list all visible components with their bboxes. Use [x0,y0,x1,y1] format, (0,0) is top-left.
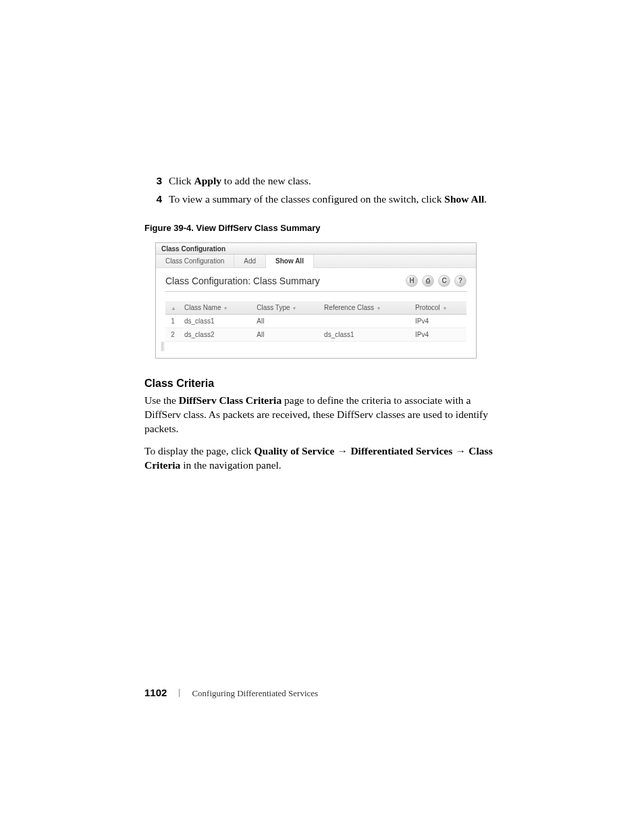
tab-add[interactable]: Add [234,255,266,267]
col-class-name[interactable]: Class Name ▾ [180,301,252,315]
table-header-row: ▲ Class Name ▾ Class Type ▾ Reference Cl… [165,301,466,315]
print-icon[interactable]: ⎙ [422,275,434,287]
body-paragraph: To display the page, click Quality of Se… [144,444,495,473]
footer-title: Configuring Differentiated Services [192,688,318,699]
col-reference-class[interactable]: Reference Class ▾ [320,301,411,315]
selection-marker-icon [161,342,165,351]
col-class-type[interactable]: Class Type ▾ [252,301,320,315]
section-heading: Class Criteria [144,377,495,390]
step-list: 3 Click Apply to add the new class. 4 To… [144,174,495,207]
page-number: 1102 [144,687,167,698]
sort-icon: ▾ [444,305,446,311]
help-icon[interactable]: ? [454,275,466,287]
col-index[interactable]: ▲ [165,301,180,315]
table-row: 2 ds_class2 All ds_class1 IPv4 [165,328,466,341]
step-3: 3 Click Apply to add the new class. [144,174,495,188]
cell-class-type: All [252,328,320,341]
cell-class-name: ds_class1 [180,314,252,328]
panel-title: Class Configuration: Class Summary [165,276,320,286]
col-protocol[interactable]: Protocol ▾ [411,301,466,315]
step-number: 3 [144,174,162,188]
step-text: Click Apply to add the new class. [169,174,495,188]
cell-reference-class [320,314,411,328]
step-number: 4 [144,192,162,207]
sort-icon: ▾ [224,305,227,311]
summary-table: ▲ Class Name ▾ Class Type ▾ Reference Cl… [165,301,466,342]
sort-icon: ▾ [293,305,296,311]
cell-protocol: IPv4 [411,328,466,341]
tab-show-all[interactable]: Show All [266,255,314,268]
footer-divider [179,689,180,697]
tab-class-configuration[interactable]: Class Configuration [156,255,234,267]
sort-icon: ▾ [377,305,380,311]
cell-index: 1 [165,314,180,328]
body-paragraph: Use the DiffServ Class Criteria page to … [144,394,495,436]
sort-up-icon: ▲ [171,305,176,311]
cell-index: 2 [165,328,180,341]
cell-reference-class: ds_class1 [320,328,411,341]
panel-header: Class Configuration: Class Summary H ⎙ C… [165,275,466,292]
cell-protocol: IPv4 [411,314,466,328]
toolbar-icons: H ⎙ C ? [406,275,466,287]
step-text: To view a summary of the classes configu… [169,192,495,207]
step-4: 4 To view a summary of the classes confi… [144,192,495,207]
tab-bar: Class Configuration Add Show All [156,255,476,268]
figure-caption: Figure 39-4. View DiffServ Class Summary [144,223,495,233]
page-footer: 1102 Configuring Differentiated Services [144,687,318,699]
table-row: 1 ds_class1 All IPv4 [165,314,466,328]
save-icon[interactable]: H [406,275,418,287]
refresh-icon[interactable]: C [438,275,450,287]
screenshot: Class Configuration Class Configuration … [155,242,477,359]
cell-class-type: All [252,314,320,328]
cell-class-name: ds_class2 [180,328,252,341]
window-title: Class Configuration [156,243,476,255]
